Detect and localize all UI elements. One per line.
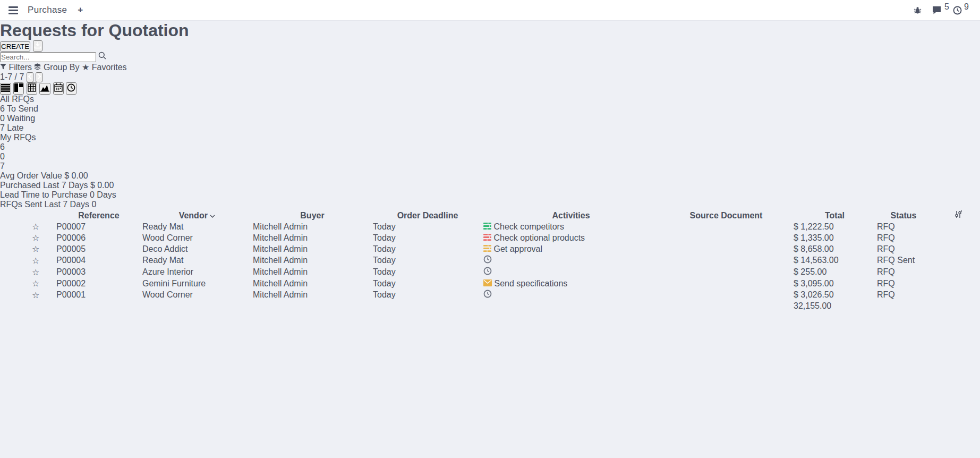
favorites-star-icon: ★ (82, 63, 89, 72)
pager-next-button[interactable] (36, 72, 42, 82)
vendor-link[interactable]: Ready Mat (142, 256, 183, 265)
header-vendor[interactable]: Vendor (142, 210, 252, 220)
vendor-link[interactable]: Azure Interior (142, 267, 193, 276)
order-deadline: Today (373, 244, 396, 253)
my-kpi-waiting[interactable]: 0 (0, 152, 980, 162)
reference-link[interactable]: P00002 (56, 279, 86, 288)
my-kpi-late[interactable]: 7 (0, 162, 980, 171)
table-row[interactable]: ☆ P00005 Deco Addict Mitchell Admin Toda… (1, 244, 972, 254)
total-amount: $ 3,095.00 (794, 279, 834, 288)
buyer-link[interactable]: Mitchell Admin (253, 233, 308, 242)
kanban-view-button[interactable] (13, 82, 24, 95)
calendar-view-icon (54, 83, 63, 92)
reference-link[interactable]: P00003 (56, 267, 86, 276)
messages-count-badge: 5 (944, 2, 949, 12)
activity-cell[interactable]: Check competitors (483, 222, 564, 231)
kpi-card-waiting[interactable]: 0 Waiting (0, 114, 980, 123)
activity-cell[interactable]: Get approval (483, 244, 542, 253)
buyer-link[interactable]: Mitchell Admin (253, 222, 308, 231)
tasks-icon (483, 222, 491, 231)
buyer-link[interactable]: Mitchell Admin (253, 267, 308, 276)
buyer-link[interactable]: Mitchell Admin (253, 279, 308, 288)
hamburger-menu-icon[interactable] (7, 4, 19, 16)
stat-avg-order-value: Avg Order Value $ 0.00 (0, 171, 980, 181)
buyer-link[interactable]: Mitchell Admin (253, 290, 308, 299)
favorite-star-icon[interactable]: ☆ (32, 256, 39, 265)
favorite-star-icon[interactable]: ☆ (32, 233, 39, 242)
order-deadline: Today (373, 279, 396, 288)
status-badge: RFQ (877, 279, 895, 288)
header-order-deadline[interactable]: Order Deadline (373, 210, 482, 220)
activity-view-button[interactable] (66, 82, 76, 95)
header-reference[interactable]: Reference (56, 210, 141, 220)
stat-purchased-last-7-days: Purchased Last 7 Days $ 0.00 (0, 181, 980, 190)
search-icon[interactable] (98, 52, 106, 61)
header-source-document[interactable]: Source Document (660, 210, 792, 220)
favorite-star-icon[interactable]: ☆ (32, 268, 39, 277)
table-row[interactable]: ☆ P00007 Ready Mat Mitchell Admin Today … (1, 222, 972, 232)
create-button[interactable]: CREATE (0, 41, 30, 52)
favorite-star-icon[interactable]: ☆ (32, 244, 39, 253)
group-by-menu[interactable]: Group By (34, 63, 82, 72)
activity-cell[interactable] (483, 256, 492, 265)
vendor-link[interactable]: Deco Addict (142, 244, 188, 253)
filters-menu[interactable]: Filters (0, 63, 34, 72)
app-title[interactable]: Purchase (28, 5, 67, 15)
export-button[interactable] (33, 40, 42, 52)
order-deadline: Today (373, 233, 396, 242)
header-buyer[interactable]: Buyer (253, 210, 372, 220)
activity-cell[interactable] (483, 268, 492, 277)
pager: 1-7 / 7 (0, 72, 980, 82)
reference-link[interactable]: P00005 (56, 244, 86, 253)
all-rfqs-label: All RFQs (0, 95, 34, 104)
messages-icon[interactable]: 5 (932, 6, 942, 15)
favorites-menu[interactable]: ★ Favorites (82, 63, 127, 72)
reference-link[interactable]: P00006 (56, 233, 86, 242)
debug-bug-icon[interactable] (914, 6, 922, 14)
activity-cell[interactable] (483, 291, 492, 300)
favorite-star-icon[interactable]: ☆ (32, 279, 39, 288)
plus-tab-icon[interactable]: + (75, 5, 85, 15)
table-row[interactable]: ☆ P00002 Gemini Furniture Mitchell Admin… (1, 278, 972, 289)
kpi-card-late[interactable]: 7 Late (0, 123, 980, 133)
layers-icon (34, 63, 41, 70)
reference-link[interactable]: P00004 (56, 256, 86, 265)
activities-clock-icon[interactable]: 9 (953, 6, 962, 15)
vendor-link[interactable]: Wood Corner (142, 290, 193, 299)
table-row[interactable]: ☆ P00001 Wood Corner Mitchell Admin Toda… (1, 290, 972, 300)
favorite-star-icon[interactable]: ☆ (32, 222, 39, 231)
header-activities[interactable]: Activities (483, 210, 659, 220)
calendar-view-button[interactable] (53, 82, 64, 95)
favorite-star-icon[interactable]: ☆ (32, 291, 39, 300)
vendor-link[interactable]: Ready Mat (142, 222, 183, 231)
pager-previous-button[interactable] (27, 72, 33, 82)
table-row[interactable]: ☆ P00003 Azure Interior Mitchell Admin T… (1, 267, 972, 277)
my-kpi-to-send[interactable]: 6 (0, 142, 980, 152)
reference-link[interactable]: P00001 (56, 290, 86, 299)
buyer-link[interactable]: Mitchell Admin (253, 244, 308, 253)
graph-view-button[interactable] (39, 83, 50, 95)
status-badge: RFQ (877, 222, 895, 231)
activity-cell[interactable]: Check optional products (483, 233, 585, 242)
table-row[interactable]: ☆ P00006 Wood Corner Mitchell Admin Toda… (1, 233, 972, 243)
reference-link[interactable]: P00007 (56, 222, 86, 231)
vendor-link[interactable]: Wood Corner (142, 233, 193, 242)
table-header-row: Reference Vendor Buyer Order Deadline Ac… (1, 210, 972, 220)
chevron-left-icon (28, 73, 32, 80)
kpi-card-to-send[interactable]: 6 To Send (0, 104, 980, 114)
table-row[interactable]: ☆ P00004 Ready Mat Mitchell Admin Today … (1, 255, 972, 266)
vendor-link[interactable]: Gemini Furniture (142, 279, 206, 288)
total-amount: $ 255.00 (794, 267, 826, 276)
optional-columns-icon[interactable] (955, 211, 962, 220)
stat-rfqs-sent-last-7-days: RFQs Sent Last 7 Days 0 (0, 200, 980, 209)
buyer-link[interactable]: Mitchell Admin (253, 256, 308, 265)
pivot-view-icon (28, 83, 36, 92)
list-view-button[interactable] (0, 83, 11, 95)
activities-count-badge: 9 (964, 2, 969, 12)
activity-cell[interactable]: Send specifications (483, 279, 567, 288)
search-input[interactable] (0, 52, 96, 62)
header-status[interactable]: Status (877, 210, 930, 220)
pivot-view-button[interactable] (27, 82, 37, 95)
header-total[interactable]: Total (794, 210, 876, 220)
order-deadline: Today (373, 222, 396, 231)
